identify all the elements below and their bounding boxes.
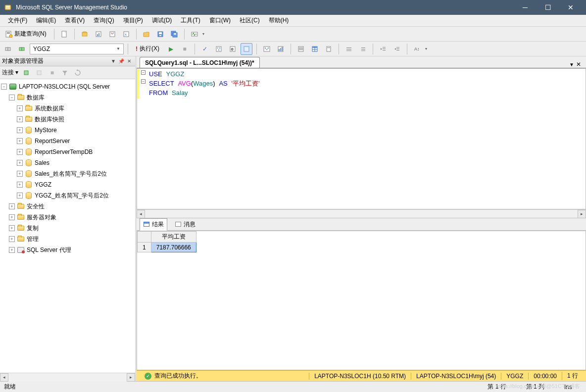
svg-rect-26 <box>22 48 24 50</box>
tree-replication[interactable]: +复制 <box>1 223 134 234</box>
estimated-plan-icon[interactable] <box>213 43 225 55</box>
save-icon[interactable] <box>154 28 166 40</box>
uncomment-icon[interactable] <box>357 43 369 55</box>
filter-icon[interactable] <box>60 68 70 78</box>
stop-icon[interactable]: ■ <box>47 68 57 78</box>
tab-dropdown-icon[interactable]: ▼ <box>569 62 574 67</box>
new-query-label: 新建查询(N) <box>14 30 47 38</box>
svg-rect-57 <box>383 47 386 48</box>
menu-help[interactable]: 帮助(H) <box>265 15 293 26</box>
dropdown-icon[interactable]: ▼ <box>109 57 117 65</box>
results-grid[interactable]: 平均工资 1 7187.706666 <box>137 231 586 370</box>
svg-rect-9 <box>82 33 87 36</box>
pin-icon[interactable]: 📌 <box>117 57 125 65</box>
include-plan-icon[interactable] <box>261 43 273 55</box>
results-to-grid-icon[interactable] <box>309 43 321 55</box>
tree-database-snapshots[interactable]: +数据库快照 <box>1 114 134 125</box>
maximize-button[interactable]: ☐ <box>537 0 559 15</box>
tree-agent[interactable]: +SQL Server 代理 <box>1 245 134 255</box>
svg-text:A↕: A↕ <box>414 47 420 51</box>
tab-close-icon[interactable]: ✕ <box>576 61 581 68</box>
editor-hscroll[interactable]: ◂ ▸ <box>137 209 586 218</box>
tree-databases[interactable]: −数据库 <box>1 92 134 103</box>
query-options-icon[interactable]: ⚙ <box>227 43 239 55</box>
save-all-icon[interactable] <box>168 28 180 40</box>
tree-db-item[interactable]: +Sales_姓名简写_学号后2位 <box>1 168 134 179</box>
object-explorer-tree[interactable]: −LAPTOP-N3SLOC1H (SQL Server −数据库 +系统数据库… <box>0 79 135 373</box>
scroll-left-icon[interactable]: ◂ <box>137 210 145 218</box>
menu-view[interactable]: 查看(V) <box>61 15 89 26</box>
tree-db-item[interactable]: +YGGZ <box>1 179 134 190</box>
comment-icon[interactable] <box>343 43 355 55</box>
sql-document-tab[interactable]: SQLQuery1.sql - L...SLOC1H\myj (54))* <box>140 57 260 68</box>
activity-monitor-icon[interactable] <box>189 28 200 40</box>
scroll-left-icon[interactable]: ◂ <box>0 373 8 382</box>
menu-edit[interactable]: 编辑(E) <box>32 15 60 26</box>
open-file-icon[interactable] <box>141 28 152 40</box>
objexp-hscroll[interactable]: ◂ ▸ <box>0 373 135 381</box>
scroll-right-icon[interactable]: ▸ <box>578 210 586 218</box>
tree-security[interactable]: +安全性 <box>1 201 134 212</box>
tree-server-root[interactable]: −LAPTOP-N3SLOC1H (SQL Server <box>1 81 134 92</box>
execute-label: 执行(X) <box>140 45 159 53</box>
svg-rect-53 <box>346 50 351 51</box>
menu-debug[interactable]: 调试(D) <box>148 15 176 26</box>
specify-template-icon[interactable]: A↕ <box>411 43 423 55</box>
include-stats-icon[interactable] <box>275 43 287 55</box>
change-connection-icon[interactable] <box>16 43 28 55</box>
intellisense-icon[interactable] <box>241 43 252 55</box>
fold-icon[interactable]: − <box>141 70 146 75</box>
outdent-icon[interactable] <box>377 43 389 55</box>
tree-db-item[interactable]: +ReportServer <box>1 136 134 147</box>
tab-results[interactable]: 结果 <box>140 218 167 231</box>
sql-editor[interactable]: − − USE YGGZ SELECT AVG(Wages) AS '平均工资'… <box>137 68 586 209</box>
grid-icon <box>143 221 150 228</box>
menu-file[interactable]: 文件(F) <box>4 15 31 26</box>
column-header[interactable]: 平均工资 <box>151 232 196 243</box>
scroll-right-icon[interactable]: ▸ <box>127 373 135 382</box>
success-icon: ✓ <box>145 373 151 380</box>
tree-system-databases[interactable]: +系统数据库 <box>1 103 134 114</box>
menu-query[interactable]: 查询(Q) <box>90 15 118 26</box>
menu-tools[interactable]: 工具(T) <box>177 15 204 26</box>
tree-db-item[interactable]: +ReportServerTempDB <box>1 147 134 157</box>
parse-icon[interactable]: ✓ <box>199 43 211 55</box>
close-panel-icon[interactable]: ✕ <box>125 57 133 65</box>
menu-window[interactable]: 窗口(W) <box>205 15 235 26</box>
tree-db-item[interactable]: +YGGZ_姓名简写_学号后2位 <box>1 190 134 201</box>
svg-rect-56 <box>361 50 365 51</box>
tree-db-item[interactable]: +MyStore <box>1 125 134 136</box>
cell-value[interactable]: 7187.706666 <box>151 243 196 252</box>
execute-button[interactable]: ! 执行(X) <box>132 43 163 55</box>
results-to-file-icon[interactable] <box>323 43 335 55</box>
minimize-button[interactable]: ─ <box>514 0 537 15</box>
xmla-query-icon[interactable]: X <box>120 28 132 40</box>
close-button[interactable]: ✕ <box>559 0 582 15</box>
database-combo[interactable]: YGGZ ▼ <box>30 44 124 54</box>
results-to-text-icon[interactable] <box>295 43 307 55</box>
table-row[interactable]: 1 7187.706666 <box>138 243 196 252</box>
svg-rect-51 <box>346 48 351 48</box>
indent-icon[interactable] <box>391 43 403 55</box>
connect-label[interactable]: 连接 ▾ <box>2 68 18 77</box>
tree-db-item[interactable]: +Sales <box>1 157 134 168</box>
svg-rect-5 <box>7 33 10 34</box>
svg-rect-64 <box>24 71 28 75</box>
fold-icon[interactable]: − <box>141 79 146 84</box>
disconnect-icon[interactable] <box>34 68 44 78</box>
connect-server-icon[interactable] <box>21 68 31 78</box>
new-query-button[interactable]: 新建查询(N) <box>2 28 50 40</box>
tab-messages[interactable]: 消息 <box>171 218 199 231</box>
new-file-icon[interactable] <box>58 28 70 40</box>
connect-icon[interactable] <box>2 43 14 55</box>
tree-management[interactable]: +管理 <box>1 234 134 245</box>
debug-icon[interactable]: ▶ <box>165 43 177 55</box>
refresh-icon[interactable] <box>73 68 83 78</box>
tree-server-objects[interactable]: +服务器对象 <box>1 212 134 223</box>
menu-project[interactable]: 项目(P) <box>119 15 147 26</box>
menu-community[interactable]: 社区(C) <box>236 15 264 26</box>
stop-icon[interactable]: ■ <box>179 43 191 55</box>
analysis-query-icon[interactable] <box>93 28 104 40</box>
db-engine-query-icon[interactable] <box>79 28 91 40</box>
mdx-query-icon[interactable] <box>106 28 118 40</box>
